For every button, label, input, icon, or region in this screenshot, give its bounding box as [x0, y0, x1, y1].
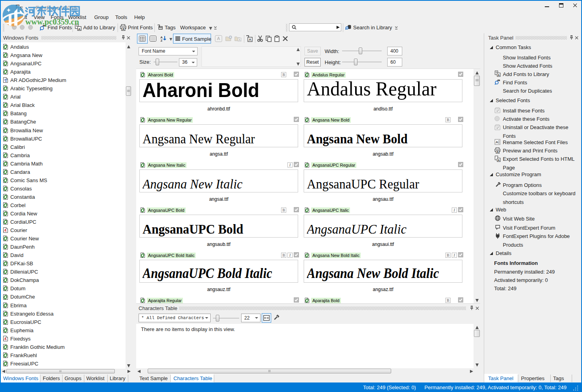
svg-text:A: A: [498, 159, 500, 162]
svg-text:A: A: [249, 38, 251, 42]
svg-text:A: A: [4, 336, 7, 341]
svg-text:A: A: [496, 150, 498, 153]
svg-text:A: A: [496, 140, 498, 144]
svg-text:A: A: [239, 38, 241, 41]
svg-text:A: A: [4, 228, 7, 232]
svg-text:A: A: [122, 27, 125, 31]
svg-text:A: A: [498, 74, 500, 77]
svg-text:Z: Z: [161, 39, 163, 42]
svg-text:A: A: [78, 27, 81, 31]
svg-text:T: T: [5, 78, 8, 83]
